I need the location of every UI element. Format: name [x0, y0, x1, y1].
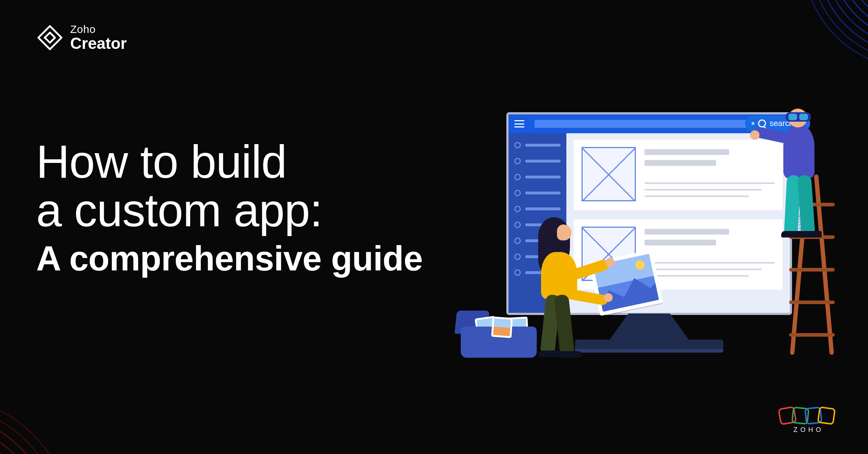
placeholder-line: [644, 275, 749, 277]
hamburger-icon: [514, 120, 524, 127]
svg-point-11: [0, 430, 38, 454]
sidebar-item: [514, 174, 561, 180]
headline-line-1: How to build: [36, 138, 423, 186]
sidebar-item: [514, 158, 561, 164]
zoho-footer-label: ZOHO: [783, 426, 835, 434]
placeholder-line: [644, 240, 716, 245]
creator-logo-icon: [36, 24, 64, 51]
person-on-ladder: [745, 109, 832, 246]
svg-point-1: [846, 0, 868, 25]
svg-point-4: [825, 0, 868, 47]
appbar-placeholder: [535, 120, 770, 128]
placeholder-line: [644, 229, 729, 235]
monitor-stand: [608, 314, 691, 342]
placeholder-line: [644, 262, 775, 264]
svg-point-16: [44, 37, 46, 39]
brand-product: Creator: [70, 35, 127, 52]
decorative-arcs-bottom-left: [0, 345, 123, 454]
headline-line-2: a custom app:: [36, 186, 423, 235]
svg-point-13: [0, 412, 56, 454]
sidebar-item: [514, 206, 561, 212]
decorative-arcs-top-right: [763, 0, 868, 109]
placeholder-line: [644, 189, 762, 190]
hero-illustration: search: [477, 112, 839, 402]
placeholder-line: [644, 149, 729, 155]
svg-point-10: [0, 440, 29, 454]
brand-logo: Zoho Creator: [36, 24, 127, 52]
brand-company: Zoho: [70, 24, 127, 35]
sidebar-item: [514, 142, 561, 148]
svg-point-3: [832, 0, 868, 40]
svg-point-14: [0, 403, 65, 454]
zoho-footer-logo: ZOHO: [783, 407, 835, 434]
zoho-tiles-icon: [783, 407, 835, 424]
placeholder-line: [644, 160, 716, 166]
sun-icon: [634, 259, 646, 270]
wireframe-thumb-icon: [582, 147, 636, 201]
headline-subtitle: A comprehensive guide: [36, 235, 423, 282]
vr-goggles-icon: [786, 112, 811, 122]
svg-point-6: [810, 0, 868, 62]
svg-point-2: [839, 0, 868, 33]
toolbox: [461, 314, 544, 358]
headline: How to build a custom app: A comprehensi…: [36, 138, 423, 282]
placeholder-line: [644, 269, 762, 270]
svg-point-15: [0, 394, 74, 454]
svg-point-0: [854, 0, 868, 18]
placeholder-line: [644, 196, 749, 197]
svg-point-12: [0, 421, 47, 454]
svg-point-7: [803, 0, 868, 69]
svg-point-5: [817, 0, 868, 54]
sidebar-item: [514, 190, 561, 196]
svg-point-9: [0, 449, 20, 454]
mini-photo-icon: [491, 316, 513, 338]
